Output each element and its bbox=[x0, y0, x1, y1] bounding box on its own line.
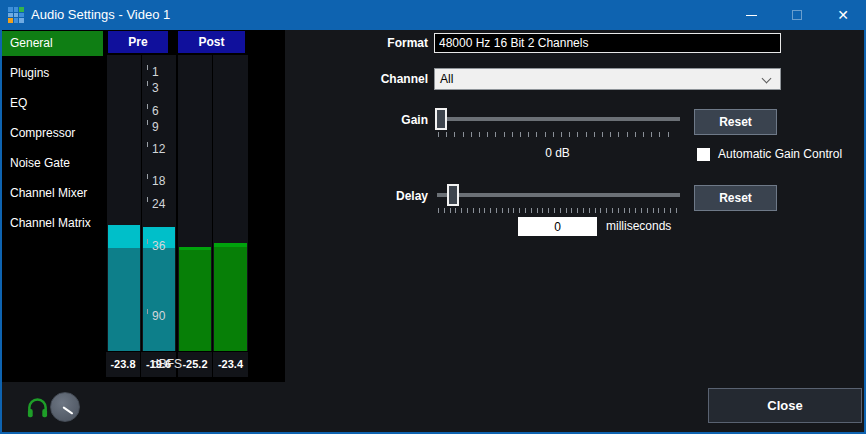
scale-tick-90: 90 bbox=[152, 309, 165, 323]
sidebar-item-noise-gate[interactable]: Noise Gate bbox=[2, 151, 103, 176]
delay-slider-thumb[interactable] bbox=[447, 184, 459, 206]
post-meter-header: Post bbox=[178, 31, 245, 53]
sidebar-item-eq[interactable]: EQ bbox=[2, 91, 103, 116]
post-right-reading: -23.4 bbox=[213, 352, 248, 377]
post-left-reading: -25.2 bbox=[178, 352, 212, 377]
pre-meter-header: Pre bbox=[108, 31, 168, 53]
channel-selected-value: All bbox=[440, 72, 453, 86]
automatic-gain-control-checkbox[interactable] bbox=[697, 148, 710, 161]
delay-label: Delay bbox=[340, 189, 428, 203]
post-meter-bar-right bbox=[214, 243, 247, 351]
automatic-gain-control-label: Automatic Gain Control bbox=[718, 147, 842, 161]
left-panel: General Plugins EQ Compressor Noise Gate… bbox=[2, 30, 285, 382]
window-border-left bbox=[0, 30, 2, 434]
headphones-icon[interactable] bbox=[26, 396, 49, 421]
app-logo-icon bbox=[8, 7, 24, 23]
chevron-down-icon bbox=[762, 74, 772, 84]
format-label: Format bbox=[340, 36, 428, 50]
scale-tick-18: 18 bbox=[152, 174, 165, 188]
sidebar-item-compressor[interactable]: Compressor bbox=[2, 121, 103, 146]
gain-slider-track[interactable] bbox=[437, 117, 680, 121]
headphone-volume-knob[interactable] bbox=[50, 392, 80, 422]
sidebar-item-channel-matrix[interactable]: Channel Matrix bbox=[2, 211, 103, 236]
delay-reset-button[interactable]: Reset bbox=[694, 185, 777, 211]
delay-slider-ticks bbox=[438, 208, 678, 213]
channel-label: Channel bbox=[340, 72, 428, 86]
scale-tick-36: 36 bbox=[152, 239, 165, 253]
close-button[interactable]: Close bbox=[708, 388, 862, 423]
scale-tick-9: 9 bbox=[152, 120, 159, 134]
knob-pointer bbox=[62, 406, 73, 415]
delay-milliseconds-field[interactable] bbox=[518, 217, 597, 236]
gain-label: Gain bbox=[340, 113, 428, 127]
window-title: Audio Settings - Video 1 bbox=[31, 0, 170, 30]
milliseconds-label: milliseconds bbox=[606, 219, 671, 233]
gain-slider-ticks bbox=[438, 132, 676, 137]
channel-select[interactable]: All bbox=[434, 68, 781, 90]
delay-slider-track[interactable] bbox=[437, 193, 680, 197]
gain-reset-button[interactable]: Reset bbox=[694, 109, 777, 135]
titlebar: Audio Settings - Video 1 ✕ bbox=[0, 0, 866, 30]
scale-tick-1: 1 bbox=[152, 65, 159, 79]
scale-tick-3: 3 bbox=[152, 81, 159, 95]
sidebar-item-channel-mixer[interactable]: Channel Mixer bbox=[2, 181, 103, 206]
sidebar-item-general[interactable]: General bbox=[2, 31, 103, 56]
gain-slider[interactable] bbox=[435, 108, 682, 136]
maximize-icon bbox=[792, 10, 802, 20]
gain-slider-thumb[interactable] bbox=[435, 108, 447, 130]
sidebar-item-plugins[interactable]: Plugins bbox=[2, 61, 103, 86]
gain-value-label: 0 dB bbox=[435, 146, 680, 160]
pre-meter-bar-left bbox=[108, 225, 140, 351]
minimize-button[interactable] bbox=[728, 0, 774, 30]
minimize-icon bbox=[746, 15, 757, 16]
format-field[interactable] bbox=[434, 33, 781, 53]
close-icon: ✕ bbox=[837, 0, 849, 30]
audio-settings-window: Audio Settings - Video 1 ✕ General Plugi… bbox=[0, 0, 866, 434]
pre-left-reading: -23.8 bbox=[106, 352, 140, 377]
maximize-button[interactable] bbox=[774, 0, 820, 30]
close-window-button[interactable]: ✕ bbox=[820, 0, 866, 30]
scale-tick-6: 6 bbox=[152, 104, 159, 118]
dbfs-unit-label: dBFS bbox=[152, 352, 182, 377]
scale-tick-12: 12 bbox=[152, 142, 165, 156]
delay-slider[interactable] bbox=[435, 184, 682, 212]
post-meter-bar-left bbox=[179, 247, 211, 351]
scale-tick-24: 24 bbox=[152, 197, 165, 211]
